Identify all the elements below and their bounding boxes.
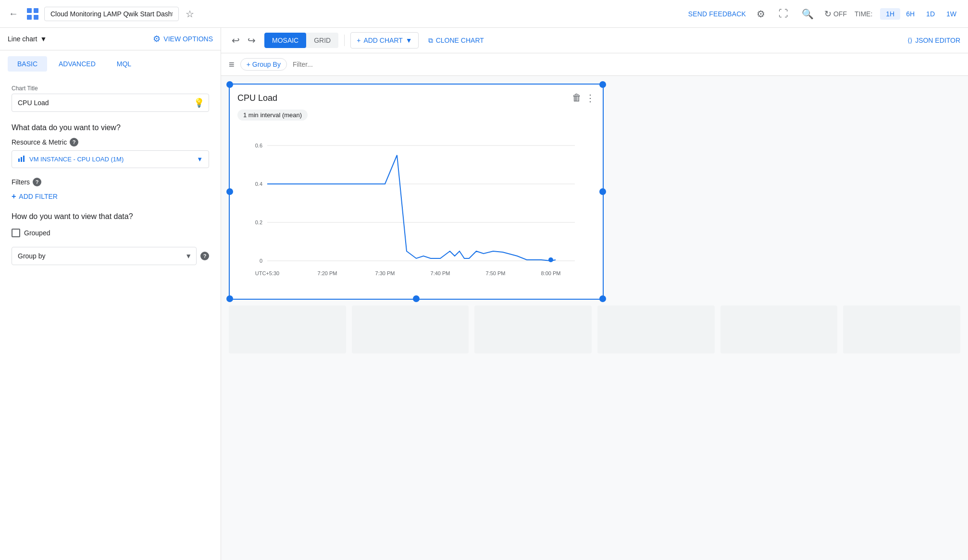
time-label: TIME: (855, 10, 872, 18)
chart-editor-tabs: BASIC ADVANCED MQL (0, 50, 221, 77)
undo-button[interactable]: ↩ (229, 32, 243, 49)
grouped-label: Grouped (24, 229, 50, 237)
clone-chart-button[interactable]: ⧉ CLONE CHART (422, 33, 490, 49)
svg-rect-5 (21, 157, 22, 162)
resize-handle-middle-right[interactable] (599, 188, 606, 195)
chart-type-chevron: ▼ (40, 35, 47, 43)
group-by-help-icon[interactable]: ? (200, 252, 209, 260)
chart-card: CPU Load 🗑 ⋮ 1 min interval (mean) (229, 84, 604, 300)
time-option-6h[interactable]: 6H (900, 8, 920, 20)
add-chart-button[interactable]: + ADD CHART ▼ (350, 32, 418, 49)
time-option-1h[interactable]: 1H (880, 8, 900, 20)
svg-rect-4 (18, 158, 20, 162)
svg-text:7:50 PM: 7:50 PM (486, 270, 506, 276)
chart-type-selector[interactable]: Line chart ▼ (8, 35, 47, 43)
cpu-load-chart: 0.6 0.4 0.2 0 UTC+5:30 7:20 PM 7:30 PM 7… (237, 126, 595, 290)
filters-row: Filters ? (12, 178, 209, 186)
tab-basic[interactable]: BASIC (8, 56, 47, 72)
chart-placeholder-6 (843, 305, 960, 353)
json-editor-icon: ⟨⟩ (907, 37, 912, 44)
svg-text:8:00 PM: 8:00 PM (541, 270, 561, 276)
tab-mql[interactable]: MQL (107, 56, 141, 72)
chart-placeholder-1 (229, 305, 346, 353)
grouped-checkbox-row: Grouped (12, 229, 209, 237)
what-data-title: What data do you want to view? (12, 123, 209, 132)
chart-card-header: CPU Load 🗑 ⋮ (237, 92, 595, 104)
chart-type-label: Line chart (8, 35, 37, 43)
chart-area: CPU Load 🗑 ⋮ 1 min interval (mean) (221, 76, 968, 560)
group-by-select[interactable]: Group by Project Zone Instance (12, 247, 197, 265)
grid-layout-button[interactable]: GRID (306, 33, 338, 48)
view-options-gear-icon: ⚙ (153, 34, 161, 44)
add-filter-button[interactable]: + ADD FILTER (12, 192, 209, 201)
mosaic-layout-button[interactable]: MOSAIC (264, 33, 306, 48)
metric-btn-label: VM INSTANCE - CPU LOAD (1M) (29, 156, 124, 163)
fullscreen-icon[interactable]: ⛶ (776, 5, 791, 22)
svg-text:0.6: 0.6 (255, 143, 262, 148)
dashboard-title-input[interactable] (44, 7, 179, 21)
resize-handle-middle-left[interactable] (226, 188, 233, 195)
metric-selector-button[interactable]: VM INSTANCE - CPU LOAD (1M) ▼ (12, 150, 209, 168)
chart-placeholder-5 (720, 305, 838, 353)
tab-advanced[interactable]: ADVANCED (49, 56, 105, 72)
metric-bar-icon (18, 155, 25, 164)
left-panel-content: Chart Title 💡 What data do you want to v… (0, 77, 221, 273)
add-chart-label: ADD CHART (363, 37, 402, 44)
svg-text:0.2: 0.2 (255, 219, 262, 225)
view-options-label: VIEW OPTIONS (163, 35, 213, 43)
clone-chart-label: CLONE CHART (436, 37, 484, 44)
chart-card-actions: 🗑 ⋮ (572, 92, 595, 104)
more-options-icon[interactable]: ⋮ (585, 92, 595, 104)
delete-chart-icon[interactable]: 🗑 (572, 92, 582, 104)
view-options-button[interactable]: ⚙ VIEW OPTIONS (153, 34, 213, 44)
svg-rect-1 (34, 8, 38, 13)
top-bar-left: ← ☆ (6, 5, 684, 23)
filter-bar-icon: ≡ (229, 59, 235, 70)
left-panel: Line chart ▼ ⚙ VIEW OPTIONS BASIC ADVANC… (0, 28, 221, 560)
star-button[interactable]: ☆ (183, 5, 197, 23)
group-by-chip[interactable]: + Group By (240, 58, 287, 71)
chart-title-input[interactable] (12, 94, 209, 112)
resize-handle-bottom-right[interactable] (599, 295, 606, 302)
resource-metric-help-icon[interactable]: ? (70, 138, 78, 146)
back-icon: ← (9, 8, 18, 19)
filter-input[interactable] (293, 61, 960, 68)
back-button[interactable]: ← (6, 5, 21, 22)
redo-button[interactable]: ↪ (245, 32, 259, 49)
group-by-row: Group by Project Zone Instance ▼ ? (12, 247, 209, 265)
json-editor-button[interactable]: ⟨⟩ JSON EDITOR (907, 37, 960, 44)
json-editor-label: JSON EDITOR (915, 37, 960, 44)
refresh-toggle[interactable]: ↻ OFF (824, 9, 847, 19)
svg-rect-2 (27, 15, 32, 20)
resource-metric-label: Resource & Metric (12, 138, 67, 146)
search-icon[interactable]: 🔍 (799, 5, 817, 23)
time-option-1w[interactable]: 1W (941, 8, 962, 20)
add-chart-chevron-icon: ▼ (406, 37, 412, 44)
svg-text:UTC+5:30: UTC+5:30 (255, 270, 279, 276)
resize-handle-top-right[interactable] (599, 81, 606, 88)
main-layout: Line chart ▼ ⚙ VIEW OPTIONS BASIC ADVANC… (0, 28, 968, 560)
refresh-label: OFF (833, 10, 847, 18)
metric-chevron-icon: ▼ (197, 156, 203, 163)
right-panel: ↩ ↪ MOSAIC GRID + ADD CHART ▼ ⧉ CLONE CH… (221, 28, 968, 560)
time-options: 1H 6H 1D 1W (880, 8, 962, 20)
grouped-checkbox[interactable] (12, 229, 20, 237)
chart-card-title: CPU Load (237, 93, 277, 103)
filters-help-icon[interactable]: ? (33, 178, 41, 186)
chart-title-wrapper: 💡 (12, 94, 209, 112)
layout-toggle-group: MOSAIC GRID (264, 33, 338, 48)
resize-handle-bottom-middle[interactable] (413, 295, 420, 302)
top-navigation-bar: ← ☆ SEND FEEDBACK ⚙ ⛶ 🔍 ↻ OFF TIME: 1H 6… (0, 0, 968, 28)
resize-handle-bottom-left[interactable] (226, 295, 233, 302)
time-option-1d[interactable]: 1D (920, 8, 941, 20)
filters-label: Filters (12, 178, 30, 186)
add-chart-plus-icon: + (357, 37, 360, 44)
settings-icon[interactable]: ⚙ (754, 5, 768, 23)
resize-handle-top-left[interactable] (226, 81, 233, 88)
resource-metric-row: Resource & Metric ? (12, 138, 209, 146)
interval-badge: 1 min interval (mean) (237, 110, 308, 121)
send-feedback-button[interactable]: SEND FEEDBACK (688, 10, 746, 18)
clone-chart-icon: ⧉ (428, 37, 433, 45)
refresh-icon: ↻ (824, 9, 831, 19)
svg-text:7:20 PM: 7:20 PM (318, 270, 337, 276)
